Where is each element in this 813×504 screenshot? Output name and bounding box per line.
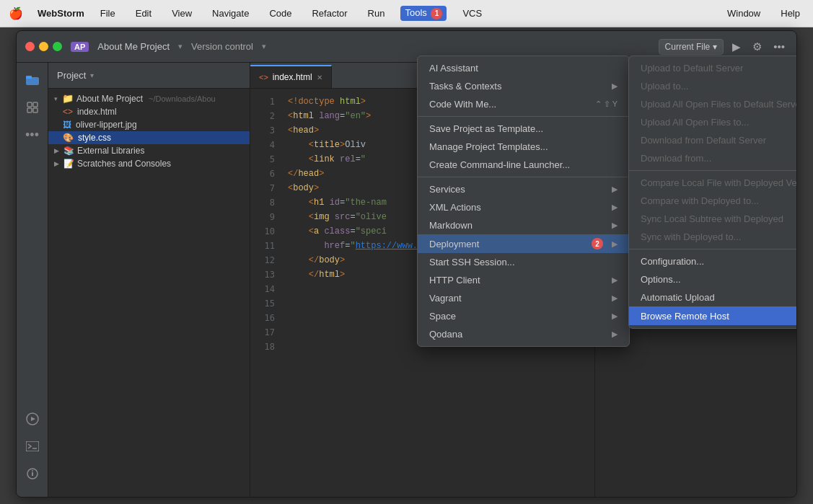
submenu-auto-upload[interactable]: Automatic Upload xyxy=(629,288,797,306)
menu-item-qodana[interactable]: Qodana ▶ xyxy=(418,325,629,343)
tab-html-close[interactable]: ✕ xyxy=(317,74,322,81)
current-file-button[interactable]: Current File ▾ xyxy=(659,39,724,55)
project-badge: AP xyxy=(71,42,89,52)
menu-item-deployment-label: Deployment xyxy=(429,239,586,249)
folder-icon-root: 📁 xyxy=(62,93,74,104)
tree-item-scratches[interactable]: ▶ 📝 Scratches and Consoles xyxy=(48,157,250,170)
space-arrow-icon: ▶ xyxy=(612,311,618,321)
submenu-sync-local-label: Sync Local Subtree with Deployed xyxy=(641,213,783,224)
sidebar-icon-folder[interactable] xyxy=(21,68,44,92)
menu-file[interactable]: File xyxy=(96,6,120,20)
menu-item-xml-actions[interactable]: XML Actions ▶ xyxy=(418,198,629,216)
settings-icon[interactable]: ⚙ xyxy=(750,37,765,56)
submenu-configuration[interactable]: Configuration... xyxy=(629,252,797,270)
menu-edit[interactable]: Edit xyxy=(131,6,156,20)
deployment-submenu: Upload to Default Server Upload to... Up… xyxy=(628,56,797,329)
tab-index-html[interactable]: <> index.html ✕ xyxy=(250,65,332,88)
menu-navigate[interactable]: Navigate xyxy=(208,6,253,20)
project-panel-title: Project xyxy=(57,70,86,81)
menu-item-http-client[interactable]: HTTP Client ▶ xyxy=(418,271,629,289)
apple-logo-icon[interactable]: 🍎 xyxy=(9,6,23,20)
svg-point-12 xyxy=(32,470,33,472)
menu-item-manage-templates[interactable]: Manage Project Templates... xyxy=(418,138,629,156)
http-arrow-icon: ▶ xyxy=(612,275,618,285)
tree-item-root[interactable]: ▾ 📁 About Me Project ~/Downloads/Abou xyxy=(48,92,250,105)
file-tree: ▾ 📁 About Me Project ~/Downloads/Abou <>… xyxy=(48,89,250,497)
tree-label-scratches: Scratches and Consoles xyxy=(77,159,171,169)
expand-arrow-ext: ▶ xyxy=(54,147,59,154)
menu-item-ai-label: AI Assistant xyxy=(429,63,618,74)
menu-item-code-with-me[interactable]: Code With Me... ⌃ ⇧ Y xyxy=(418,95,629,113)
submenu-compare-deployed: Compare with Deployed to... xyxy=(629,192,797,210)
submenu-upload-all-default: Upload All Open Files to Default Server xyxy=(629,95,797,113)
tree-item-css[interactable]: 🎨 style.css xyxy=(48,131,250,144)
traffic-lights xyxy=(25,42,62,51)
menu-item-services-label: Services xyxy=(429,184,606,195)
menu-item-tasks-label: Tasks & Contexts xyxy=(429,81,606,92)
maximize-button[interactable] xyxy=(53,42,62,51)
menu-item-services[interactable]: Services ▶ xyxy=(418,180,629,198)
sidebar-icon-terminal[interactable] xyxy=(21,435,44,458)
menu-item-ssh[interactable]: Start SSH Session... xyxy=(418,253,629,271)
menu-run[interactable]: Run xyxy=(364,6,390,20)
tree-item-jpg[interactable]: 🖼 oliver-lippert.jpg xyxy=(48,118,250,131)
menu-item-vagrant-label: Vagrant xyxy=(429,293,606,304)
deployment-badge: 2 xyxy=(592,238,603,249)
menu-item-space[interactable]: Space ▶ xyxy=(418,307,629,325)
menu-item-manage-templates-label: Manage Project Templates... xyxy=(429,141,618,152)
menu-item-deployment[interactable]: Deployment 2 ▶ xyxy=(418,234,629,253)
xml-arrow-icon: ▶ xyxy=(612,203,618,212)
menu-refactor[interactable]: Refactor xyxy=(307,6,351,20)
tree-item-ext-libs[interactable]: ▶ 📚 External Libraries xyxy=(48,144,250,157)
menu-item-markdown-label: Markdown xyxy=(429,220,606,231)
tree-item-index[interactable]: <> index.html xyxy=(48,105,250,118)
cwm-shortcut: ⌃ ⇧ Y xyxy=(595,100,618,109)
menu-item-ai-assistant[interactable]: AI Assistant xyxy=(418,59,629,77)
menu-item-create-launcher-label: Create Command-line Launcher... xyxy=(429,159,618,170)
version-control-label[interactable]: Version control xyxy=(191,41,253,52)
menu-item-cwm-label: Code With Me... xyxy=(429,99,589,110)
run-icon[interactable]: ▶ xyxy=(729,37,744,56)
menu-vcs[interactable]: VCS xyxy=(458,6,486,20)
submenu-upload-to: Upload to... xyxy=(629,77,797,95)
menu-view[interactable]: View xyxy=(167,6,196,20)
menu-bar: 🍎 WebStorm File Edit View Navigate Code … xyxy=(0,0,813,27)
close-button[interactable] xyxy=(25,42,35,51)
expand-arrow-scratch: ▶ xyxy=(54,160,59,167)
project-panel: Project ▾ ▾ 📁 About Me Project ~/Downloa… xyxy=(48,63,250,497)
svg-rect-4 xyxy=(27,108,32,112)
menu-sep-2 xyxy=(418,177,629,177)
menu-item-create-launcher[interactable]: Create Command-line Launcher... xyxy=(418,156,629,174)
project-chevron[interactable]: ▾ xyxy=(178,42,183,51)
svg-rect-1 xyxy=(26,76,32,79)
sidebar-icon-info[interactable] xyxy=(21,462,44,485)
submenu-options[interactable]: Options... xyxy=(629,270,797,288)
sidebar-icon-structure[interactable] xyxy=(21,96,44,119)
submenu-upload-default-label: Upload to Default Server xyxy=(641,63,743,74)
menu-help[interactable]: Help xyxy=(776,6,804,20)
project-panel-chevron[interactable]: ▾ xyxy=(90,71,94,79)
vc-chevron[interactable]: ▾ xyxy=(262,42,266,51)
menu-item-qodana-label: Qodana xyxy=(429,329,606,340)
lib-icon: 📚 xyxy=(63,146,74,156)
current-file-label: Current File xyxy=(665,42,711,52)
menubar-right: Window Help xyxy=(723,6,804,20)
menu-item-tasks[interactable]: Tasks & Contexts ▶ xyxy=(418,77,629,95)
submenu-browse-remote[interactable]: Browse Remote Host 3 xyxy=(629,306,797,325)
img-icon-jpg: 🖼 xyxy=(63,120,71,130)
menu-item-ssh-label: Start SSH Session... xyxy=(429,257,618,268)
minimize-button[interactable] xyxy=(39,42,48,51)
title-bar-right: Current File ▾ ▶ ⚙ ••• xyxy=(659,37,788,56)
submenu-compare-local-label: Compare Local File with Deployed Version xyxy=(641,177,797,188)
sidebar-icon-run[interactable] xyxy=(21,407,44,430)
menu-item-save-template[interactable]: Save Project as Template... xyxy=(418,120,629,138)
menu-item-vagrant[interactable]: Vagrant ▶ xyxy=(418,289,629,307)
menu-tools[interactable]: Tools 1 xyxy=(400,6,447,21)
menu-item-markdown[interactable]: Markdown ▶ xyxy=(418,216,629,234)
svg-marker-7 xyxy=(31,417,35,421)
menu-window[interactable]: Window xyxy=(723,6,765,20)
sidebar-icon-more[interactable]: ••• xyxy=(21,123,44,146)
menu-code[interactable]: Code xyxy=(265,6,296,20)
more-icon[interactable]: ••• xyxy=(770,37,788,56)
submenu-download-from-label: Download from... xyxy=(641,153,711,164)
